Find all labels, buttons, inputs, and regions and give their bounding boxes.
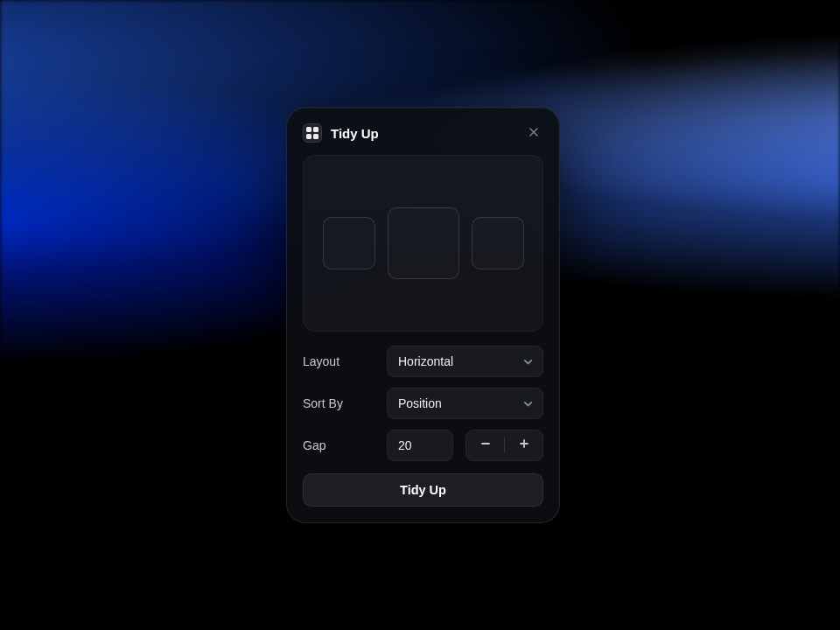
- gap-row: Gap 20: [303, 430, 543, 461]
- layout-label: Layout: [303, 354, 374, 368]
- layout-preview: [303, 155, 543, 332]
- gap-input[interactable]: 20: [387, 430, 453, 461]
- layout-row: Layout Horizontal: [303, 346, 543, 377]
- gap-stepper: [466, 430, 543, 461]
- tidy-up-button[interactable]: Tidy Up: [303, 473, 543, 507]
- preview-box: [323, 217, 375, 270]
- preview-box: [388, 207, 459, 279]
- sort-select[interactable]: Position: [387, 388, 543, 419]
- gap-value: 20: [398, 438, 412, 452]
- chevron-down-icon: [522, 356, 534, 368]
- sort-row: Sort By Position: [303, 388, 543, 419]
- gap-increment-button[interactable]: [505, 430, 542, 460]
- tidy-up-dialog: Tidy Up Layout Horizontal Sort By: [286, 107, 560, 523]
- gap-label: Gap: [303, 438, 374, 452]
- dialog-titlebar: Tidy Up: [303, 123, 543, 143]
- chevron-down-icon: [522, 398, 534, 410]
- dialog-title: Tidy Up: [331, 126, 515, 141]
- primary-button-label: Tidy Up: [400, 483, 446, 497]
- preview-box: [472, 217, 524, 270]
- close-button[interactable]: [524, 123, 543, 143]
- layout-select[interactable]: Horizontal: [387, 346, 543, 377]
- close-icon: [528, 125, 539, 141]
- sort-value: Position: [398, 396, 522, 410]
- minus-icon: [480, 438, 492, 453]
- gap-decrement-button[interactable]: [466, 430, 504, 460]
- grid-icon: [303, 123, 322, 143]
- plus-icon: [518, 438, 530, 453]
- layout-value: Horizontal: [398, 354, 522, 368]
- sort-label: Sort By: [303, 396, 374, 410]
